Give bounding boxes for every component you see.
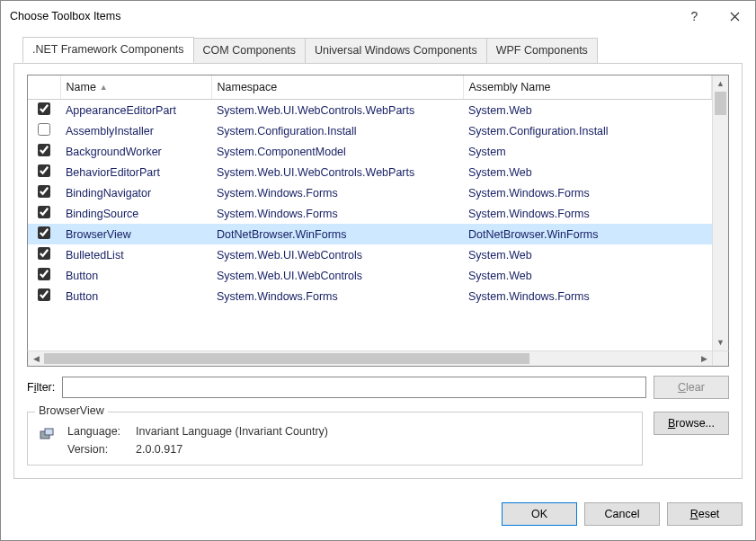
row-checkbox[interactable] — [38, 102, 50, 115]
browse-button[interactable]: Browse... — [654, 412, 729, 435]
row-checkbox[interactable] — [38, 247, 50, 260]
scroll-down-icon[interactable]: ▼ — [713, 334, 728, 350]
vertical-scrollbar[interactable]: ▲ ▼ — [712, 75, 728, 350]
table-row[interactable]: BulletedListSystem.Web.UI.WebControlsSys… — [28, 244, 712, 265]
titlebar: Choose Toolbox Items ? — [1, 1, 755, 31]
clear-button[interactable]: Clear — [654, 376, 729, 399]
cell-name: Button — [60, 265, 211, 286]
cell-name: BulletedList — [60, 244, 211, 265]
tab-wpf[interactable]: WPF Components — [487, 38, 598, 64]
cell-namespace: System.Windows.Forms — [211, 286, 463, 306]
filter-input[interactable] — [62, 377, 646, 398]
cell-namespace: System.Web.UI.WebControls.WebParts — [211, 162, 463, 182]
table-row[interactable]: ButtonSystem.Windows.FormsSystem.Windows… — [28, 286, 712, 306]
col-name[interactable]: Name▲ — [60, 75, 211, 100]
cell-assembly: System.Windows.Forms — [463, 286, 712, 306]
tabstrip: .NET Framework Components COM Components… — [22, 37, 743, 63]
component-icon — [39, 427, 55, 443]
details-group: BrowserView Language: Invariant Language… — [27, 412, 643, 466]
tab-net-framework[interactable]: .NET Framework Components — [22, 37, 194, 63]
cell-namespace: System.Windows.Forms — [211, 182, 463, 203]
cell-assembly: System.Configuration.Install — [463, 120, 712, 141]
dialog-footer: OK Cancel Reset — [1, 492, 755, 526]
row-checkbox[interactable] — [38, 206, 50, 218]
details-title: BrowserView — [35, 404, 108, 417]
cell-assembly: System.Web — [463, 265, 712, 286]
scroll-up-icon[interactable]: ▲ — [713, 75, 728, 92]
reset-button[interactable]: Reset — [667, 502, 743, 526]
table-row[interactable]: AssemblyInstallerSystem.Configuration.In… — [28, 120, 712, 141]
tab-com[interactable]: COM Components — [194, 38, 307, 64]
col-namespace[interactable]: Namespace — [211, 75, 463, 100]
row-checkbox[interactable] — [38, 144, 50, 156]
svg-rect-1 — [45, 429, 53, 435]
row-checkbox[interactable] — [38, 226, 50, 239]
col-assembly[interactable]: Assembly Name — [463, 75, 712, 100]
help-button[interactable]: ? — [674, 2, 715, 31]
components-grid: Name▲ Namespace Assembly Name Appearance… — [27, 75, 729, 351]
version-label: Version: — [67, 443, 136, 456]
scroll-left-icon[interactable]: ◀ — [28, 351, 44, 366]
close-button[interactable] — [715, 2, 755, 31]
language-label: Language: — [67, 425, 136, 438]
cell-name: BrowserView — [60, 224, 211, 244]
language-value: Invariant Language (Invariant Country) — [136, 425, 328, 438]
cell-name: AppearanceEditorPart — [60, 100, 211, 121]
cell-namespace: System.Windows.Forms — [211, 203, 463, 224]
version-value: 2.0.0.917 — [136, 443, 328, 456]
table-row[interactable]: AppearanceEditorPartSystem.Web.UI.WebCon… — [28, 100, 712, 121]
row-checkbox[interactable] — [38, 288, 50, 301]
cell-namespace: System.ComponentModel — [211, 141, 463, 162]
table-row[interactable]: ButtonSystem.Web.UI.WebControlsSystem.We… — [28, 265, 712, 286]
cancel-button[interactable]: Cancel — [584, 502, 660, 526]
cell-namespace: DotNetBrowser.WinForms — [211, 224, 463, 244]
cell-name: AssemblyInstaller — [60, 120, 211, 141]
table-row[interactable]: BindingSourceSystem.Windows.FormsSystem.… — [28, 203, 712, 224]
filter-label: Filter: — [27, 381, 55, 394]
table-row[interactable]: BindingNavigatorSystem.Windows.FormsSyst… — [28, 182, 712, 203]
window-title: Choose Toolbox Items — [10, 10, 674, 22]
ok-button[interactable]: OK — [502, 502, 577, 526]
cell-assembly: System.Windows.Forms — [463, 203, 712, 224]
cell-assembly: System.Web — [463, 162, 712, 182]
table-row[interactable]: BrowserViewDotNetBrowser.WinFormsDotNetB… — [28, 224, 712, 244]
row-checkbox[interactable] — [38, 268, 50, 280]
table-row[interactable]: BehaviorEditorPartSystem.Web.UI.WebContr… — [28, 162, 712, 182]
cell-namespace: System.Configuration.Install — [211, 120, 463, 141]
sort-asc-icon: ▲ — [100, 83, 108, 92]
scroll-thumb[interactable] — [715, 92, 726, 115]
row-checkbox[interactable] — [38, 185, 50, 198]
cell-assembly: System.Web — [463, 244, 712, 265]
cell-assembly: System.Web — [463, 100, 712, 121]
col-check[interactable] — [28, 75, 60, 100]
hscroll-thumb[interactable] — [44, 353, 529, 364]
cell-name: BehaviorEditorPart — [60, 162, 211, 182]
cell-name: Button — [60, 286, 211, 306]
cell-namespace: System.Web.UI.WebControls — [211, 244, 463, 265]
cell-name: BindingSource — [60, 203, 211, 224]
row-checkbox[interactable] — [38, 123, 50, 136]
cell-assembly: System — [463, 141, 712, 162]
cell-assembly: DotNetBrowser.WinForms — [463, 224, 712, 244]
scroll-right-icon[interactable]: ▶ — [696, 351, 712, 366]
cell-name: BindingNavigator — [60, 182, 211, 203]
tab-uwp[interactable]: Universal Windows Components — [306, 38, 487, 64]
table-row[interactable]: BackgroundWorkerSystem.ComponentModelSys… — [28, 141, 712, 162]
cell-assembly: System.Windows.Forms — [463, 182, 712, 203]
column-headers: Name▲ Namespace Assembly Name — [28, 75, 712, 100]
tab-panel: Name▲ Namespace Assembly Name Appearance… — [13, 63, 743, 479]
close-icon — [730, 12, 740, 22]
cell-namespace: System.Web.UI.WebControls — [211, 265, 463, 286]
cell-namespace: System.Web.UI.WebControls.WebParts — [211, 100, 463, 121]
row-checkbox[interactable] — [38, 164, 50, 177]
horizontal-scrollbar[interactable]: ◀ ▶ — [27, 350, 729, 367]
cell-name: BackgroundWorker — [60, 141, 211, 162]
